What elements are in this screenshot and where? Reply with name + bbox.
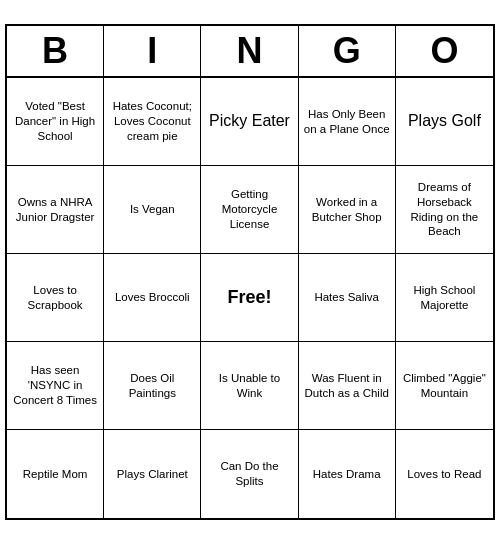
bingo-letter-b: B — [7, 26, 104, 76]
bingo-cell-23[interactable]: Hates Drama — [299, 430, 396, 518]
bingo-letter-g: G — [299, 26, 396, 76]
bingo-cell-9[interactable]: Dreams of Horseback Riding on the Beach — [396, 166, 493, 254]
bingo-cell-15[interactable]: Has seen 'NSYNC in Concert 8 Times — [7, 342, 104, 430]
bingo-cell-20[interactable]: Reptile Mom — [7, 430, 104, 518]
bingo-card: BINGO Voted "Best Dancer" in High School… — [5, 24, 495, 520]
bingo-cell-24[interactable]: Loves to Read — [396, 430, 493, 518]
bingo-cell-21[interactable]: Plays Clarinet — [104, 430, 201, 518]
bingo-cell-17[interactable]: Is Unable to Wink — [201, 342, 298, 430]
bingo-cell-19[interactable]: Climbed "Aggie" Mountain — [396, 342, 493, 430]
bingo-header: BINGO — [7, 26, 493, 78]
bingo-cell-10[interactable]: Loves to Scrapbook — [7, 254, 104, 342]
bingo-cell-7[interactable]: Getting Motorcycle License — [201, 166, 298, 254]
bingo-letter-n: N — [201, 26, 298, 76]
bingo-cell-13[interactable]: Hates Saliva — [299, 254, 396, 342]
bingo-cell-1[interactable]: Hates Coconut; Loves Coconut cream pie — [104, 78, 201, 166]
bingo-cell-14[interactable]: High School Majorette — [396, 254, 493, 342]
bingo-cell-0[interactable]: Voted "Best Dancer" in High School — [7, 78, 104, 166]
bingo-grid: Voted "Best Dancer" in High SchoolHates … — [7, 78, 493, 518]
bingo-cell-3[interactable]: Has Only Been on a Plane Once — [299, 78, 396, 166]
bingo-cell-11[interactable]: Loves Broccoli — [104, 254, 201, 342]
bingo-cell-18[interactable]: Was Fluent in Dutch as a Child — [299, 342, 396, 430]
bingo-cell-6[interactable]: Is Vegan — [104, 166, 201, 254]
bingo-cell-2[interactable]: Picky Eater — [201, 78, 298, 166]
bingo-cell-4[interactable]: Plays Golf — [396, 78, 493, 166]
bingo-cell-8[interactable]: Worked in a Butcher Shop — [299, 166, 396, 254]
bingo-letter-o: O — [396, 26, 493, 76]
bingo-cell-12[interactable]: Free! — [201, 254, 298, 342]
bingo-cell-22[interactable]: Can Do the Splits — [201, 430, 298, 518]
bingo-cell-5[interactable]: Owns a NHRA Junior Dragster — [7, 166, 104, 254]
bingo-letter-i: I — [104, 26, 201, 76]
bingo-cell-16[interactable]: Does Oil Paintings — [104, 342, 201, 430]
